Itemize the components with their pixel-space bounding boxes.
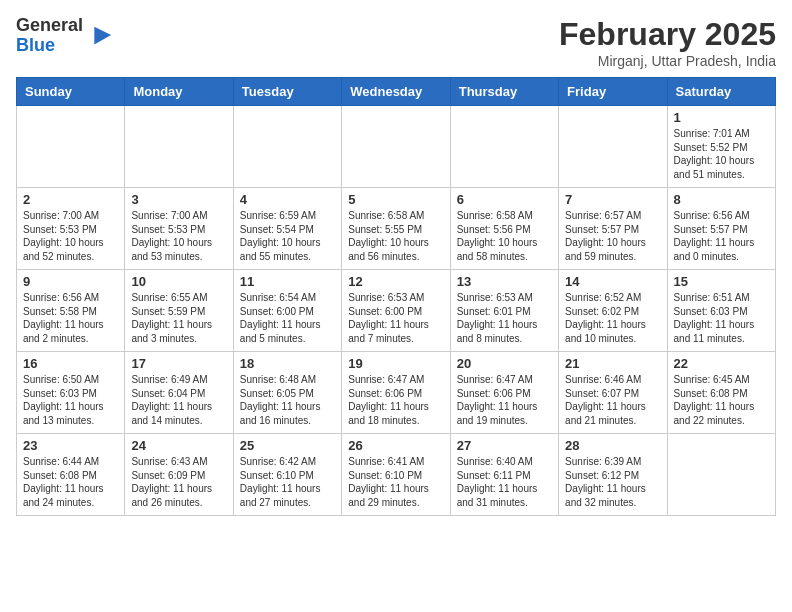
day-number: 23 [23,438,118,453]
calendar-cell: 17Sunrise: 6:49 AM Sunset: 6:04 PM Dayli… [125,352,233,434]
month-title: February 2025 [559,16,776,53]
weekday-wednesday: Wednesday [342,78,450,106]
calendar-cell: 15Sunrise: 6:51 AM Sunset: 6:03 PM Dayli… [667,270,775,352]
day-info: Sunrise: 6:43 AM Sunset: 6:09 PM Dayligh… [131,455,226,509]
calendar-cell: 25Sunrise: 6:42 AM Sunset: 6:10 PM Dayli… [233,434,341,516]
day-info: Sunrise: 7:00 AM Sunset: 5:53 PM Dayligh… [23,209,118,263]
day-info: Sunrise: 6:50 AM Sunset: 6:03 PM Dayligh… [23,373,118,427]
calendar-cell: 26Sunrise: 6:41 AM Sunset: 6:10 PM Dayli… [342,434,450,516]
day-number: 10 [131,274,226,289]
week-row-5: 23Sunrise: 6:44 AM Sunset: 6:08 PM Dayli… [17,434,776,516]
day-info: Sunrise: 6:58 AM Sunset: 5:56 PM Dayligh… [457,209,552,263]
day-info: Sunrise: 6:47 AM Sunset: 6:06 PM Dayligh… [348,373,443,427]
day-info: Sunrise: 6:56 AM Sunset: 5:57 PM Dayligh… [674,209,769,263]
calendar-cell: 18Sunrise: 6:48 AM Sunset: 6:05 PM Dayli… [233,352,341,434]
day-number: 20 [457,356,552,371]
calendar-cell: 23Sunrise: 6:44 AM Sunset: 6:08 PM Dayli… [17,434,125,516]
day-info: Sunrise: 6:40 AM Sunset: 6:11 PM Dayligh… [457,455,552,509]
day-number: 13 [457,274,552,289]
week-row-2: 2Sunrise: 7:00 AM Sunset: 5:53 PM Daylig… [17,188,776,270]
calendar-cell: 28Sunrise: 6:39 AM Sunset: 6:12 PM Dayli… [559,434,667,516]
calendar-cell: 27Sunrise: 6:40 AM Sunset: 6:11 PM Dayli… [450,434,558,516]
day-number: 5 [348,192,443,207]
day-info: Sunrise: 6:41 AM Sunset: 6:10 PM Dayligh… [348,455,443,509]
day-info: Sunrise: 6:58 AM Sunset: 5:55 PM Dayligh… [348,209,443,263]
calendar-cell [125,106,233,188]
calendar: SundayMondayTuesdayWednesdayThursdayFrid… [16,77,776,516]
day-number: 4 [240,192,335,207]
calendar-cell [559,106,667,188]
day-info: Sunrise: 6:51 AM Sunset: 6:03 PM Dayligh… [674,291,769,345]
weekday-tuesday: Tuesday [233,78,341,106]
calendar-cell: 4Sunrise: 6:59 AM Sunset: 5:54 PM Daylig… [233,188,341,270]
day-info: Sunrise: 6:42 AM Sunset: 6:10 PM Dayligh… [240,455,335,509]
calendar-cell: 12Sunrise: 6:53 AM Sunset: 6:00 PM Dayli… [342,270,450,352]
day-number: 12 [348,274,443,289]
calendar-cell: 5Sunrise: 6:58 AM Sunset: 5:55 PM Daylig… [342,188,450,270]
calendar-cell [667,434,775,516]
day-number: 28 [565,438,660,453]
day-number: 11 [240,274,335,289]
day-number: 24 [131,438,226,453]
svg-marker-0 [94,26,111,44]
calendar-cell: 2Sunrise: 7:00 AM Sunset: 5:53 PM Daylig… [17,188,125,270]
weekday-sunday: Sunday [17,78,125,106]
page-header: General Blue February 2025 Mirganj, Utta… [16,16,776,69]
calendar-header: SundayMondayTuesdayWednesdayThursdayFrid… [17,78,776,106]
day-number: 7 [565,192,660,207]
calendar-cell [450,106,558,188]
day-info: Sunrise: 6:53 AM Sunset: 6:01 PM Dayligh… [457,291,552,345]
day-info: Sunrise: 6:52 AM Sunset: 6:02 PM Dayligh… [565,291,660,345]
day-number: 6 [457,192,552,207]
week-row-4: 16Sunrise: 6:50 AM Sunset: 6:03 PM Dayli… [17,352,776,434]
calendar-cell: 14Sunrise: 6:52 AM Sunset: 6:02 PM Dayli… [559,270,667,352]
day-info: Sunrise: 6:54 AM Sunset: 6:00 PM Dayligh… [240,291,335,345]
day-info: Sunrise: 7:00 AM Sunset: 5:53 PM Dayligh… [131,209,226,263]
calendar-cell [342,106,450,188]
calendar-cell: 3Sunrise: 7:00 AM Sunset: 5:53 PM Daylig… [125,188,233,270]
calendar-cell [233,106,341,188]
day-number: 25 [240,438,335,453]
calendar-body: 1Sunrise: 7:01 AM Sunset: 5:52 PM Daylig… [17,106,776,516]
calendar-cell: 1Sunrise: 7:01 AM Sunset: 5:52 PM Daylig… [667,106,775,188]
day-info: Sunrise: 6:57 AM Sunset: 5:57 PM Dayligh… [565,209,660,263]
weekday-thursday: Thursday [450,78,558,106]
day-number: 22 [674,356,769,371]
day-info: Sunrise: 6:45 AM Sunset: 6:08 PM Dayligh… [674,373,769,427]
logo: General Blue [16,16,113,56]
day-info: Sunrise: 6:55 AM Sunset: 5:59 PM Dayligh… [131,291,226,345]
calendar-cell: 9Sunrise: 6:56 AM Sunset: 5:58 PM Daylig… [17,270,125,352]
day-info: Sunrise: 6:47 AM Sunset: 6:06 PM Dayligh… [457,373,552,427]
day-info: Sunrise: 6:48 AM Sunset: 6:05 PM Dayligh… [240,373,335,427]
calendar-cell: 8Sunrise: 6:56 AM Sunset: 5:57 PM Daylig… [667,188,775,270]
logo-blue: Blue [16,36,83,56]
calendar-cell: 6Sunrise: 6:58 AM Sunset: 5:56 PM Daylig… [450,188,558,270]
logo-general: General [16,16,83,36]
weekday-saturday: Saturday [667,78,775,106]
calendar-cell: 24Sunrise: 6:43 AM Sunset: 6:09 PM Dayli… [125,434,233,516]
day-number: 27 [457,438,552,453]
day-info: Sunrise: 6:59 AM Sunset: 5:54 PM Dayligh… [240,209,335,263]
week-row-3: 9Sunrise: 6:56 AM Sunset: 5:58 PM Daylig… [17,270,776,352]
calendar-cell: 16Sunrise: 6:50 AM Sunset: 6:03 PM Dayli… [17,352,125,434]
weekday-header-row: SundayMondayTuesdayWednesdayThursdayFrid… [17,78,776,106]
day-info: Sunrise: 6:46 AM Sunset: 6:07 PM Dayligh… [565,373,660,427]
day-number: 15 [674,274,769,289]
weekday-friday: Friday [559,78,667,106]
title-section: February 2025 Mirganj, Uttar Pradesh, In… [559,16,776,69]
day-number: 8 [674,192,769,207]
location: Mirganj, Uttar Pradesh, India [559,53,776,69]
day-number: 26 [348,438,443,453]
day-info: Sunrise: 7:01 AM Sunset: 5:52 PM Dayligh… [674,127,769,181]
day-info: Sunrise: 6:49 AM Sunset: 6:04 PM Dayligh… [131,373,226,427]
day-number: 9 [23,274,118,289]
day-info: Sunrise: 6:53 AM Sunset: 6:00 PM Dayligh… [348,291,443,345]
day-info: Sunrise: 6:56 AM Sunset: 5:58 PM Dayligh… [23,291,118,345]
day-info: Sunrise: 6:44 AM Sunset: 6:08 PM Dayligh… [23,455,118,509]
week-row-1: 1Sunrise: 7:01 AM Sunset: 5:52 PM Daylig… [17,106,776,188]
logo-text: General Blue [16,16,83,56]
logo-icon [85,22,113,50]
day-number: 3 [131,192,226,207]
day-info: Sunrise: 6:39 AM Sunset: 6:12 PM Dayligh… [565,455,660,509]
day-number: 19 [348,356,443,371]
